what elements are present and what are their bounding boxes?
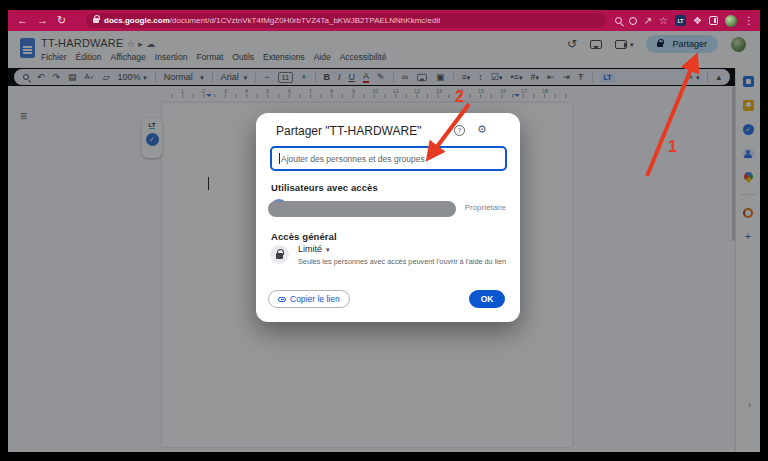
help-icon[interactable]: ? [454, 125, 465, 136]
browser-profile-avatar[interactable] [725, 15, 737, 27]
https-lock-icon [93, 18, 99, 23]
copy-link-button[interactable]: Copier le lien [268, 290, 350, 308]
url-path: /document/d/1CVztnVkT4fMgZ0H0rbTVZ4Ta_bK… [170, 16, 441, 25]
forward-icon[interactable]: → [37, 15, 48, 26]
link-icon [278, 297, 286, 302]
owner-row[interactable]: Propriétaire [268, 198, 508, 220]
screenshot-root: ← → ↻ docs.google.com/document/d/1CVztnV… [0, 0, 768, 461]
search-icon[interactable] [615, 17, 622, 24]
languagetool-extension-icon[interactable]: LT [675, 15, 686, 26]
bookmark-star-icon[interactable]: ☆ [659, 16, 668, 26]
input-caret [279, 153, 280, 164]
back-icon[interactable]: ← [17, 15, 28, 26]
general-access-heading: Accès général [271, 231, 337, 242]
extensions-puzzle-icon[interactable]: ❖ [693, 16, 702, 26]
share-dialog-title: Partager "TT-HARDWARE" [276, 124, 421, 138]
access-caret-icon: ▾ [326, 246, 330, 253]
add-people-input[interactable]: Ajouter des personnes et des groupes [270, 146, 507, 171]
copy-link-label: Copier le lien [290, 294, 340, 304]
browser-badge-icon[interactable] [629, 17, 637, 25]
address-bar[interactable]: docs.google.com/document/d/1CVztnVkT4fMg… [86, 13, 606, 28]
owner-role-label: Propriétaire [465, 203, 506, 212]
url-host: docs.google.com [104, 16, 170, 25]
restricted-lock-icon [276, 253, 283, 259]
access-description: Seules les personnes avec accès peuvent … [298, 257, 506, 266]
browser-chrome: ← → ↻ docs.google.com/document/d/1CVztnV… [8, 10, 760, 31]
people-with-access-heading: Utilisateurs avec accès [271, 182, 378, 193]
ok-button[interactable]: OK [469, 290, 505, 308]
side-panel-icon[interactable] [709, 16, 718, 25]
reload-icon[interactable]: ↻ [57, 15, 66, 26]
browser-menu-icon[interactable]: ⋮ [744, 16, 754, 26]
share-settings-gear-icon[interactable]: ⚙ [477, 123, 487, 136]
share-dialog: Partager "TT-HARDWARE" ? ⚙ Ajouter des p… [256, 113, 520, 322]
redaction-blur [268, 201, 456, 217]
general-access-row: Limité▾ Seules les personnes avec accès … [268, 244, 508, 270]
access-level-select[interactable]: Limité▾ [298, 244, 330, 254]
add-people-placeholder: Ajouter des personnes et des groupes [281, 154, 425, 164]
share-icon[interactable]: ↗ [644, 16, 652, 26]
